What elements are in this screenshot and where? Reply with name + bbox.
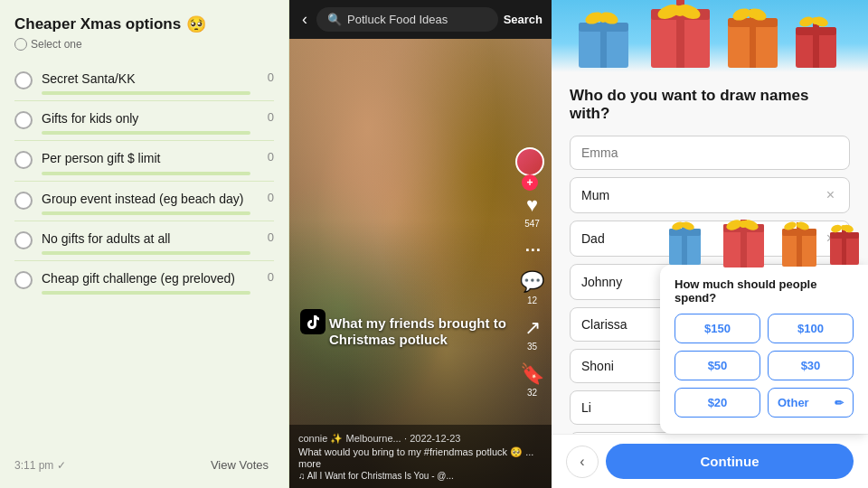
avatar[interactable] — [515, 147, 544, 176]
list-item[interactable]: Group event instead (eg beach day) 0 — [14, 182, 274, 221]
search-query-text: Potluck Food Ideas — [347, 13, 448, 26]
more-action[interactable]: ⋯ — [524, 239, 541, 259]
option-count: 0 — [259, 191, 274, 204]
view-votes-button[interactable]: View Votes — [205, 456, 274, 474]
share-icon: ↗ — [524, 316, 541, 340]
other-label: Other — [778, 396, 809, 409]
back-button[interactable]: ‹ — [566, 446, 599, 478]
new-name-input[interactable] — [570, 136, 850, 170]
namedraw-panel: Who do you want to draw names with? Mum … — [552, 0, 868, 488]
svg-point-17 — [748, 9, 757, 18]
spend-overlay: How much should people spend? $150 $100 … — [660, 265, 868, 434]
option-label: Per person gift $ limit — [42, 150, 250, 166]
svg-rect-20 — [813, 18, 819, 68]
radio-button[interactable] — [14, 151, 33, 169]
option-count: 0 — [259, 70, 274, 84]
namedraw-question: Who do you want to draw names with? — [570, 87, 850, 123]
namedraw-footer: ‹ Continue — [552, 434, 868, 488]
option-label: Group event instead (eg beach day) — [42, 191, 250, 207]
back-icon[interactable]: ‹ — [298, 8, 311, 31]
svg-rect-44 — [842, 226, 846, 265]
svg-point-35 — [740, 221, 747, 228]
list-item[interactable]: Per person gift $ limit 0 — [14, 141, 274, 181]
radio-button[interactable] — [14, 271, 33, 289]
radio-button[interactable] — [14, 231, 33, 249]
radio-button[interactable] — [14, 111, 33, 129]
comment-count: 12 — [527, 296, 537, 305]
option-count: 0 — [259, 270, 274, 284]
pencil-icon: ✏ — [835, 397, 844, 409]
option-count: 0 — [259, 150, 274, 164]
list-item[interactable]: Secret Santa/KK 0 — [14, 61, 274, 101]
comment-action[interactable]: 💬 12 — [520, 270, 544, 305]
save-action[interactable]: 🔖 32 — [520, 362, 544, 398]
save-count: 32 — [527, 388, 537, 398]
share-count: 35 — [527, 342, 537, 352]
option-count: 0 — [259, 230, 274, 244]
back-chevron-icon: ‹ — [580, 454, 584, 470]
heart-icon: ♥ — [526, 193, 538, 217]
radio-button[interactable] — [14, 71, 33, 89]
spend-option-100[interactable]: $100 — [768, 314, 854, 343]
tiktok-panel: ‹ 🔍 Potluck Food Ideas Search + What my … — [289, 0, 552, 488]
like-count: 547 — [524, 219, 540, 229]
poll-subtitle: Select one — [14, 38, 274, 51]
svg-point-47 — [841, 225, 846, 230]
svg-point-11 — [675, 5, 685, 16]
svg-point-41 — [797, 222, 802, 228]
remove-name-button[interactable]: × — [823, 187, 838, 203]
spend-option-20[interactable]: $20 — [675, 388, 760, 418]
spend-option-50[interactable]: $50 — [675, 351, 760, 380]
spend-gifts-decoration — [660, 220, 868, 269]
list-item[interactable]: Cheap gift challenge (eg preloved) 0 — [14, 261, 274, 300]
option-label: Secret Santa/KK — [42, 70, 250, 87]
follow-plus-icon[interactable]: + — [522, 174, 538, 191]
tiktok-search-bar: ‹ 🔍 Potluck Food Ideas Search — [289, 0, 552, 39]
video-caption: What my friends brought to Christmas pot… — [329, 315, 506, 348]
spend-option-150[interactable]: $150 — [675, 314, 760, 343]
search-icon: 🔍 — [327, 13, 342, 26]
tiktok-search-field[interactable]: 🔍 Potluck Food Ideas — [316, 7, 498, 32]
poll-footer: 3:11 pm ✓ View Votes — [14, 449, 274, 474]
svg-point-5 — [599, 14, 608, 23]
svg-point-23 — [812, 17, 819, 24]
option-label: No gifts for adults at all — [42, 230, 250, 247]
spend-options-grid: $150 $100 $50 $30 $20 Other ✏ — [675, 314, 854, 418]
option-label: Gifts for kids only — [42, 110, 250, 127]
poll-panel: Cheaper Xmas options 🥺 Select one Secret… — [0, 0, 289, 488]
svg-point-29 — [682, 222, 687, 228]
comment-icon: 💬 — [520, 270, 544, 294]
poll-emoji: 🥺 — [186, 14, 206, 34]
tiktok-video-area[interactable]: + What my friends brought to Christmas p… — [289, 39, 552, 488]
tiktok-music: ♫ All I Want for Christmas Is You - @... — [298, 471, 542, 481]
tiktok-logo — [300, 309, 326, 334]
name-label: Mum — [581, 188, 823, 202]
gifts-decoration-top — [552, 0, 868, 72]
name-row-mum: Mum × — [570, 177, 850, 213]
video-overlay — [289, 39, 552, 488]
poll-header: Cheaper Xmas options 🥺 — [14, 14, 274, 34]
tiktok-description: What would you bring to my #friendmas po… — [298, 446, 542, 469]
list-item[interactable]: Gifts for kids only 0 — [14, 101, 274, 141]
option-label: Cheap gift challenge (eg preloved) — [42, 270, 250, 286]
spend-option-other[interactable]: Other ✏ — [768, 388, 854, 418]
continue-button[interactable]: Continue — [606, 444, 854, 479]
tiktok-bottom-info: connie ✨ Melbourne... · 2022-12-23 What … — [289, 425, 552, 488]
poll-timestamp: 3:11 pm ✓ — [14, 459, 66, 472]
bookmark-icon: 🔖 — [520, 362, 544, 386]
option-count: 0 — [259, 110, 274, 124]
tiktok-username: connie ✨ Melbourne... · 2022-12-23 — [298, 432, 542, 445]
search-button[interactable]: Search — [504, 13, 542, 26]
poll-options-list: Secret Santa/KK 0 Gifts for kids only 0 … — [14, 61, 274, 442]
spend-question: How much should people spend? — [675, 277, 854, 305]
radio-button[interactable] — [14, 192, 33, 210]
share-action[interactable]: ↗ 35 — [524, 316, 541, 352]
more-icon: ⋯ — [524, 239, 541, 259]
like-action[interactable]: ♥ 547 — [524, 193, 540, 229]
spend-option-30[interactable]: $30 — [768, 351, 854, 380]
tiktok-actions: ♥ 547 ⋯ 💬 12 ↗ 35 🔖 32 — [520, 193, 544, 398]
poll-title: Cheaper Xmas options — [14, 15, 181, 33]
list-item[interactable]: No gifts for adults at all 0 — [14, 221, 274, 261]
